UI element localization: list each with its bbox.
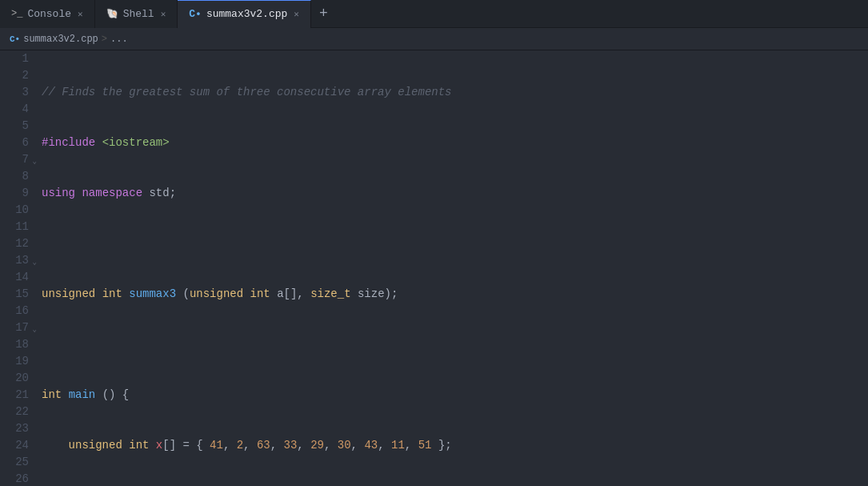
fold-arrow-7[interactable]: ⌄ <box>33 154 37 171</box>
tab-cpp-close[interactable]: ✕ <box>294 9 299 19</box>
breadcrumb-file: summax3v2.cpp <box>23 34 98 45</box>
tab-console-label: Console <box>27 8 71 20</box>
line-num-3: 3 <box>6 84 32 101</box>
tab-bar: >_ Console ✕ 🐚 Shell ✕ C• summax3v2.cpp … <box>0 0 868 28</box>
line-num-1: 1 <box>6 50 32 67</box>
line-num-11: 11 <box>6 219 32 235</box>
line-num-6: 6 <box>6 135 32 151</box>
breadcrumb-separator: > <box>102 34 107 45</box>
line-num-12: 12 <box>6 235 32 252</box>
code-content: // Finds the greatest sum of three conse… <box>38 50 868 486</box>
cpp-icon: C• <box>189 8 202 20</box>
line-num-10: 10 <box>6 202 32 219</box>
fold-arrow-17[interactable]: ⌄ <box>33 322 37 339</box>
tab-shell[interactable]: 🐚 Shell ✕ <box>95 0 178 28</box>
tab-cpp[interactable]: C• summax3v2.cpp ✕ <box>178 0 311 28</box>
tab-shell-close[interactable]: ✕ <box>161 9 166 19</box>
line-num-14: 14 <box>6 269 32 286</box>
line-num-26: 26 <box>6 471 32 486</box>
code-line-4 <box>42 235 868 252</box>
shell-icon: 🐚 <box>106 8 118 20</box>
line-num-2: 2 <box>6 67 32 84</box>
breadcrumb: C• summax3v2.cpp > ... <box>0 28 868 50</box>
line-num-16: 16 <box>6 303 32 319</box>
fold-arrow-13[interactable]: ⌄ <box>33 255 37 271</box>
breadcrumb-file-icon: C• <box>10 34 20 44</box>
code-line-8: unsigned int x[] = { 41, 2, 63, 33, 29, … <box>42 437 868 454</box>
code-line-7: int main () { <box>42 387 868 404</box>
tab-console[interactable]: >_ Console ✕ <box>0 0 95 28</box>
terminal-icon: >_ <box>11 8 22 19</box>
line-num-19: 19 <box>6 353 32 370</box>
line-num-20: 20 <box>6 370 32 387</box>
code-editor: 1 2 3 4 5 6 7⌄ 8 9 10 11 12 13⌄ 14 15 16… <box>0 50 868 486</box>
line-num-8: 8 <box>6 168 32 185</box>
code-line-3: using namespace std; <box>42 185 868 202</box>
line-num-25: 25 <box>6 454 32 471</box>
tab-console-close[interactable]: ✕ <box>78 9 83 19</box>
line-num-13: 13⌄ <box>6 252 32 269</box>
line-numbers: 1 2 3 4 5 6 7⌄ 8 9 10 11 12 13⌄ 14 15 16… <box>0 50 38 486</box>
line-num-22: 22 <box>6 404 32 420</box>
line-num-18: 18 <box>6 336 32 353</box>
tab-shell-label: Shell <box>123 8 154 20</box>
breadcrumb-path: ... <box>110 34 128 45</box>
tab-cpp-label: summax3v2.cpp <box>206 8 287 20</box>
code-line-1: // Finds the greatest sum of three conse… <box>42 84 868 101</box>
line-num-17: 17⌄ <box>6 319 32 336</box>
line-num-7: 7⌄ <box>6 151 32 168</box>
line-num-4: 4 <box>6 101 32 118</box>
line-num-15: 15 <box>6 286 32 303</box>
line-num-23: 23 <box>6 420 32 437</box>
add-tab-button[interactable]: + <box>311 6 336 22</box>
code-line-6 <box>42 336 868 353</box>
line-num-21: 21 <box>6 387 32 404</box>
line-num-24: 24 <box>6 437 32 454</box>
line-num-9: 9 <box>6 185 32 202</box>
code-line-2: #include <iostream> <box>42 135 868 151</box>
line-num-5: 5 <box>6 118 32 135</box>
code-line-5: unsigned int summax3 (unsigned int a[], … <box>42 286 868 303</box>
